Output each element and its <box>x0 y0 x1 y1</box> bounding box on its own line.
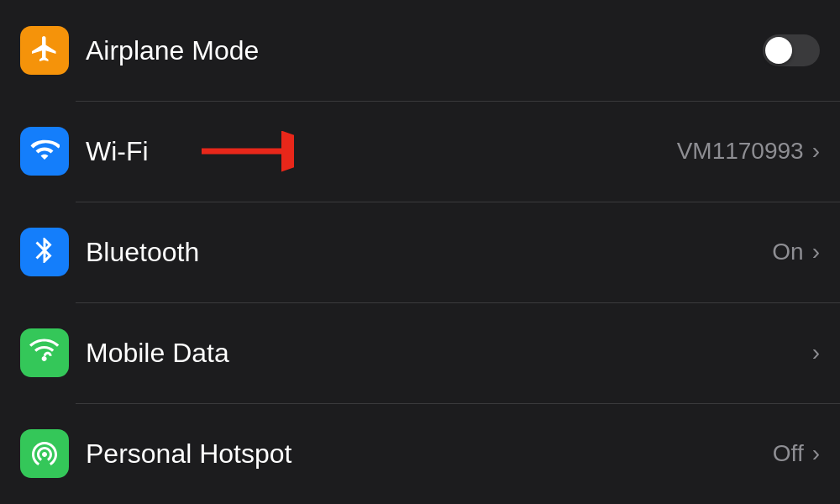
wifi-icon <box>29 134 60 168</box>
bluetooth-icon <box>29 235 60 269</box>
bluetooth-chevron: › <box>812 239 820 265</box>
airplane-mode-row[interactable]: Airplane Mode <box>0 0 840 101</box>
airplane-icon <box>29 34 60 67</box>
bluetooth-label: Bluetooth <box>86 237 772 268</box>
mobile-data-icon <box>29 336 60 370</box>
hotspot-value: Off <box>773 440 804 467</box>
settings-list: Airplane Mode Wi-Fi VM1170993 › <box>0 0 840 504</box>
bluetooth-row[interactable]: Bluetooth On › <box>0 202 840 302</box>
bluetooth-icon-wrapper <box>20 228 69 276</box>
mobile-data-label: Mobile Data <box>86 338 812 369</box>
mobile-data-chevron: › <box>812 339 820 366</box>
hotspot-icon-wrapper <box>20 429 69 478</box>
wifi-value: VM1170993 <box>677 138 804 165</box>
wifi-label: Wi-Fi <box>86 136 677 167</box>
wifi-chevron: › <box>812 138 820 165</box>
hotspot-chevron: › <box>812 440 820 467</box>
bluetooth-value: On <box>772 239 803 265</box>
personal-hotspot-label: Personal Hotspot <box>86 438 773 470</box>
hotspot-icon <box>29 437 60 470</box>
toggle-knob <box>765 37 792 64</box>
mobile-data-icon-wrapper <box>20 328 69 377</box>
airplane-mode-toggle[interactable] <box>763 34 820 66</box>
airplane-mode-icon-wrapper <box>20 26 69 75</box>
personal-hotspot-row[interactable]: Personal Hotspot Off › <box>0 403 840 504</box>
wifi-icon-wrapper <box>20 127 69 176</box>
mobile-data-row[interactable]: Mobile Data › <box>0 302 840 403</box>
airplane-mode-label: Airplane Mode <box>86 35 763 66</box>
wifi-row[interactable]: Wi-Fi VM1170993 › <box>0 101 840 202</box>
